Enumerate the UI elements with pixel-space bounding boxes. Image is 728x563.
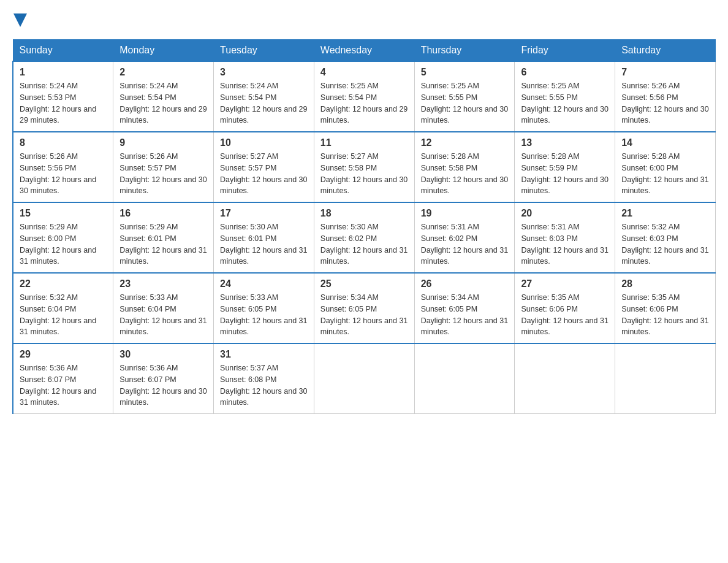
calendar-header-row: SundayMondayTuesdayWednesdayThursdayFrid… — [13, 40, 716, 62]
calendar-cell: 20 Sunrise: 5:31 AM Sunset: 6:03 PM Dayl… — [515, 202, 615, 273]
day-number: 29 — [20, 349, 107, 360]
day-info: Sunrise: 5:29 AM Sunset: 6:01 PM Dayligh… — [119, 221, 207, 267]
calendar-cell: 31 Sunrise: 5:37 AM Sunset: 6:08 PM Dayl… — [214, 343, 314, 414]
calendar-cell: 3 Sunrise: 5:24 AM Sunset: 5:54 PM Dayli… — [214, 61, 314, 132]
day-info: Sunrise: 5:32 AM Sunset: 6:04 PM Dayligh… — [20, 292, 107, 338]
col-header-tuesday: Tuesday — [214, 40, 314, 62]
day-info: Sunrise: 5:28 AM Sunset: 5:59 PM Dayligh… — [521, 151, 609, 197]
calendar-cell: 26 Sunrise: 5:34 AM Sunset: 6:05 PM Dayl… — [414, 273, 515, 343]
calendar-cell: 4 Sunrise: 5:25 AM Sunset: 5:54 PM Dayli… — [314, 61, 414, 132]
day-number: 20 — [521, 208, 609, 219]
day-number: 27 — [521, 278, 609, 289]
calendar-week-row: 22 Sunrise: 5:32 AM Sunset: 6:04 PM Dayl… — [13, 273, 716, 343]
day-number: 15 — [20, 208, 107, 219]
day-number: 25 — [320, 278, 408, 289]
day-number: 3 — [220, 67, 308, 78]
day-info: Sunrise: 5:30 AM Sunset: 6:02 PM Dayligh… — [320, 221, 408, 267]
day-number: 14 — [621, 137, 709, 148]
day-number: 12 — [421, 137, 509, 148]
col-header-friday: Friday — [515, 40, 615, 62]
day-number: 17 — [220, 208, 308, 219]
svg-marker-0 — [13, 13, 27, 27]
day-info: Sunrise: 5:32 AM Sunset: 6:03 PM Dayligh… — [621, 221, 709, 267]
day-info: Sunrise: 5:30 AM Sunset: 6:01 PM Dayligh… — [220, 221, 308, 267]
day-number: 22 — [20, 278, 107, 289]
day-number: 9 — [119, 137, 207, 148]
calendar-cell — [515, 343, 615, 414]
day-info: Sunrise: 5:26 AM Sunset: 5:56 PM Dayligh… — [20, 151, 107, 197]
day-info: Sunrise: 5:28 AM Sunset: 6:00 PM Dayligh… — [621, 151, 709, 197]
day-info: Sunrise: 5:33 AM Sunset: 6:05 PM Dayligh… — [220, 292, 308, 338]
day-info: Sunrise: 5:24 AM Sunset: 5:54 PM Dayligh… — [220, 80, 308, 126]
day-info: Sunrise: 5:36 AM Sunset: 6:07 PM Dayligh… — [20, 362, 107, 408]
day-info: Sunrise: 5:33 AM Sunset: 6:04 PM Dayligh… — [119, 292, 207, 338]
day-info: Sunrise: 5:25 AM Sunset: 5:55 PM Dayligh… — [421, 80, 509, 126]
calendar-cell: 22 Sunrise: 5:32 AM Sunset: 6:04 PM Dayl… — [13, 273, 113, 343]
col-header-wednesday: Wednesday — [314, 40, 414, 62]
calendar-cell: 9 Sunrise: 5:26 AM Sunset: 5:57 PM Dayli… — [113, 132, 214, 202]
day-info: Sunrise: 5:26 AM Sunset: 5:57 PM Dayligh… — [119, 151, 207, 197]
page-header — [12, 12, 716, 27]
calendar-cell: 16 Sunrise: 5:29 AM Sunset: 6:01 PM Dayl… — [113, 202, 214, 273]
calendar-cell: 25 Sunrise: 5:34 AM Sunset: 6:05 PM Dayl… — [314, 273, 414, 343]
calendar-week-row: 8 Sunrise: 5:26 AM Sunset: 5:56 PM Dayli… — [13, 132, 716, 202]
calendar-cell: 29 Sunrise: 5:36 AM Sunset: 6:07 PM Dayl… — [13, 343, 113, 414]
day-number: 4 — [320, 67, 408, 78]
day-number: 7 — [621, 67, 709, 78]
calendar-week-row: 15 Sunrise: 5:29 AM Sunset: 6:00 PM Dayl… — [13, 202, 716, 273]
day-number: 13 — [521, 137, 609, 148]
calendar-table: SundayMondayTuesdayWednesdayThursdayFrid… — [12, 39, 716, 414]
calendar-cell: 6 Sunrise: 5:25 AM Sunset: 5:55 PM Dayli… — [515, 61, 615, 132]
day-info: Sunrise: 5:29 AM Sunset: 6:00 PM Dayligh… — [20, 221, 107, 267]
day-number: 11 — [320, 137, 408, 148]
day-number: 6 — [521, 67, 609, 78]
calendar-cell — [414, 343, 515, 414]
day-info: Sunrise: 5:27 AM Sunset: 5:57 PM Dayligh… — [220, 151, 308, 197]
calendar-cell: 2 Sunrise: 5:24 AM Sunset: 5:54 PM Dayli… — [113, 61, 214, 132]
day-info: Sunrise: 5:27 AM Sunset: 5:58 PM Dayligh… — [320, 151, 408, 197]
day-info: Sunrise: 5:34 AM Sunset: 6:05 PM Dayligh… — [421, 292, 509, 338]
day-number: 21 — [621, 208, 709, 219]
calendar-cell — [615, 343, 716, 414]
day-info: Sunrise: 5:24 AM Sunset: 5:54 PM Dayligh… — [119, 80, 207, 126]
calendar-cell: 13 Sunrise: 5:28 AM Sunset: 5:59 PM Dayl… — [515, 132, 615, 202]
day-info: Sunrise: 5:24 AM Sunset: 5:53 PM Dayligh… — [20, 80, 107, 126]
calendar-cell: 27 Sunrise: 5:35 AM Sunset: 6:06 PM Dayl… — [515, 273, 615, 343]
day-info: Sunrise: 5:31 AM Sunset: 6:03 PM Dayligh… — [521, 221, 609, 267]
calendar-cell: 10 Sunrise: 5:27 AM Sunset: 5:57 PM Dayl… — [214, 132, 314, 202]
logo — [12, 12, 27, 27]
calendar-cell: 12 Sunrise: 5:28 AM Sunset: 5:58 PM Dayl… — [414, 132, 515, 202]
col-header-thursday: Thursday — [414, 40, 515, 62]
day-number: 31 — [220, 349, 308, 360]
calendar-cell: 19 Sunrise: 5:31 AM Sunset: 6:02 PM Dayl… — [414, 202, 515, 273]
day-info: Sunrise: 5:35 AM Sunset: 6:06 PM Dayligh… — [521, 292, 609, 338]
calendar-cell: 18 Sunrise: 5:30 AM Sunset: 6:02 PM Dayl… — [314, 202, 414, 273]
col-header-sunday: Sunday — [13, 40, 113, 62]
day-number: 19 — [421, 208, 509, 219]
calendar-cell: 30 Sunrise: 5:36 AM Sunset: 6:07 PM Dayl… — [113, 343, 214, 414]
calendar-week-row: 29 Sunrise: 5:36 AM Sunset: 6:07 PM Dayl… — [13, 343, 716, 414]
day-info: Sunrise: 5:25 AM Sunset: 5:55 PM Dayligh… — [521, 80, 609, 126]
day-info: Sunrise: 5:37 AM Sunset: 6:08 PM Dayligh… — [220, 362, 308, 408]
calendar-cell: 17 Sunrise: 5:30 AM Sunset: 6:01 PM Dayl… — [214, 202, 314, 273]
day-info: Sunrise: 5:35 AM Sunset: 6:06 PM Dayligh… — [621, 292, 709, 338]
calendar-cell: 5 Sunrise: 5:25 AM Sunset: 5:55 PM Dayli… — [414, 61, 515, 132]
day-number: 5 — [421, 67, 509, 78]
calendar-week-row: 1 Sunrise: 5:24 AM Sunset: 5:53 PM Dayli… — [13, 61, 716, 132]
calendar-cell: 23 Sunrise: 5:33 AM Sunset: 6:04 PM Dayl… — [113, 273, 214, 343]
day-info: Sunrise: 5:28 AM Sunset: 5:58 PM Dayligh… — [421, 151, 509, 197]
calendar-cell: 11 Sunrise: 5:27 AM Sunset: 5:58 PM Dayl… — [314, 132, 414, 202]
day-number: 28 — [621, 278, 709, 289]
day-number: 30 — [119, 349, 207, 360]
day-number: 24 — [220, 278, 308, 289]
col-header-monday: Monday — [113, 40, 214, 62]
day-number: 23 — [119, 278, 207, 289]
day-info: Sunrise: 5:26 AM Sunset: 5:56 PM Dayligh… — [621, 80, 709, 126]
calendar-cell: 14 Sunrise: 5:28 AM Sunset: 6:00 PM Dayl… — [615, 132, 716, 202]
day-info: Sunrise: 5:36 AM Sunset: 6:07 PM Dayligh… — [119, 362, 207, 408]
day-number: 1 — [20, 67, 107, 78]
day-info: Sunrise: 5:34 AM Sunset: 6:05 PM Dayligh… — [320, 292, 408, 338]
calendar-cell: 21 Sunrise: 5:32 AM Sunset: 6:03 PM Dayl… — [615, 202, 716, 273]
col-header-saturday: Saturday — [615, 40, 716, 62]
calendar-cell: 8 Sunrise: 5:26 AM Sunset: 5:56 PM Dayli… — [13, 132, 113, 202]
